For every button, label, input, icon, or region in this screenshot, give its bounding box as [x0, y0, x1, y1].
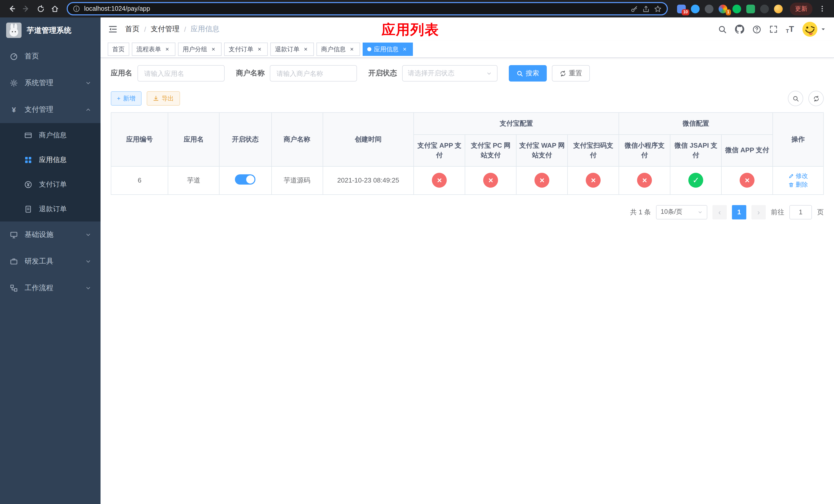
breadcrumb-home[interactable]: 首页 — [125, 25, 139, 34]
breadcrumb-payment[interactable]: 支付管理 — [151, 25, 179, 34]
browser-home-button[interactable] — [48, 2, 62, 15]
column-header-merchant: 商户名称 — [271, 113, 323, 166]
tab-app-info[interactable]: 应用信息 × — [363, 43, 413, 56]
share-icon[interactable] — [642, 5, 650, 13]
font-size-button[interactable]: TT — [786, 25, 794, 34]
toggle-search-button[interactable] — [788, 91, 803, 106]
close-icon[interactable]: × — [256, 46, 263, 53]
close-icon[interactable]: × — [401, 46, 408, 53]
browser-update-button[interactable]: 更新 — [790, 2, 812, 15]
fullscreen-button[interactable] — [769, 25, 777, 33]
app-logo — [6, 23, 22, 38]
download-icon — [153, 95, 159, 101]
browser-profile-avatar[interactable] — [774, 4, 783, 13]
browser-toolbar: localhost:1024/pay/app 10 1 — [0, 0, 834, 18]
status-select[interactable]: 请选择开启状态 — [402, 65, 498, 82]
chevron-down-icon — [85, 80, 91, 86]
page-size-select[interactable]: 10条/页 — [656, 205, 707, 219]
app-name-input[interactable] — [137, 65, 225, 82]
tags-view: 首页 流程表单 × 用户分组 × 支付订单 × 退款订单 × — [101, 41, 834, 58]
export-button-label: 导出 — [161, 94, 174, 103]
delete-link[interactable]: 删除 — [788, 180, 808, 189]
search-button[interactable]: 搜索 — [509, 65, 547, 82]
status-disabled-icon: × — [483, 173, 498, 188]
password-key-icon[interactable] — [630, 5, 638, 13]
browser-reload-button[interactable] — [34, 2, 47, 15]
user-menu[interactable] — [802, 22, 826, 37]
tab-user-group[interactable]: 用户分组 × — [178, 43, 222, 56]
merchant-name-input[interactable] — [270, 65, 357, 82]
close-icon[interactable]: × — [302, 46, 309, 53]
column-header-app-id: 应用编号 — [111, 113, 168, 166]
sidebar-item-workflow[interactable]: 工作流程 — [0, 275, 101, 301]
collapse-sidebar-button[interactable] — [101, 18, 125, 41]
help-button[interactable] — [752, 25, 761, 33]
close-icon[interactable]: × — [163, 46, 171, 53]
page-number-button[interactable]: 1 — [732, 205, 746, 219]
export-button[interactable]: 导出 — [147, 91, 180, 106]
extension-icon[interactable]: 10 — [677, 4, 686, 13]
add-button[interactable]: + 新增 — [111, 91, 141, 106]
toolbox-icon — [9, 257, 19, 266]
total-count: 共 1 条 — [630, 207, 651, 216]
dots-vertical-icon — [819, 5, 826, 12]
site-info-icon[interactable] — [73, 5, 80, 12]
header-search-button[interactable] — [718, 25, 727, 33]
goto-page-input[interactable] — [789, 205, 812, 219]
plus-icon: + — [117, 95, 120, 102]
extension-icon[interactable] — [705, 4, 714, 13]
sidebar-item-pay-orders[interactable]: 支付订单 — [0, 172, 101, 197]
enabled-toggle[interactable] — [235, 174, 256, 185]
close-icon[interactable]: × — [210, 46, 217, 53]
card-icon — [24, 131, 33, 139]
tab-refund-orders[interactable]: 退款订单 × — [270, 43, 314, 56]
extension-icon[interactable] — [732, 4, 741, 13]
refresh-table-button[interactable] — [808, 91, 824, 106]
column-header-app-name: 应用名 — [168, 113, 219, 166]
group-header-wechat: 微信配置 — [619, 113, 773, 134]
sidebar-item-system[interactable]: 系统管理 — [0, 70, 101, 96]
edit-link[interactable]: 修改 — [788, 171, 808, 180]
pencil-icon — [788, 173, 794, 179]
arrow-left-icon — [8, 5, 16, 13]
close-icon[interactable]: × — [348, 46, 355, 53]
cell-alipay-app: × — [414, 166, 465, 194]
address-bar[interactable]: localhost:1024/pay/app — [67, 2, 668, 15]
extension-badge: 1 — [725, 9, 731, 15]
cell-alipay-wap: × — [517, 166, 568, 194]
sidebar-item-dev-tools[interactable]: 研发工具 — [0, 248, 101, 275]
cell-status — [219, 166, 271, 194]
tab-pay-orders[interactable]: 支付订单 × — [224, 43, 268, 56]
refresh-icon — [559, 70, 566, 77]
prev-page-button[interactable]: ‹ — [712, 205, 727, 219]
app-title: 芋道管理系统 — [27, 25, 71, 35]
bookmark-star-icon[interactable] — [654, 5, 662, 13]
sidebar-item-home[interactable]: 首页 — [0, 43, 101, 70]
extension-icon[interactable] — [746, 4, 755, 13]
extension-icon[interactable] — [760, 4, 769, 13]
next-page-button[interactable]: › — [751, 205, 766, 219]
tab-merchant-info[interactable]: 商户信息 × — [316, 43, 360, 56]
sidebar-item-refund-orders[interactable]: 退款订单 — [0, 197, 101, 222]
sidebar-item-payment[interactable]: ¥ 支付管理 — [0, 96, 101, 123]
sidebar-item-app-info[interactable]: 应用信息 — [0, 148, 101, 172]
status-select-placeholder: 请选择开启状态 — [408, 69, 455, 78]
browser-forward-button[interactable] — [20, 2, 33, 15]
edit-link-label: 修改 — [795, 171, 808, 180]
extension-icon[interactable]: 1 — [719, 4, 727, 13]
sidebar-item-merchant-info[interactable]: 商户信息 — [0, 123, 101, 148]
sidebar-item-infrastructure[interactable]: 基础设施 — [0, 222, 101, 248]
github-button[interactable] — [735, 25, 744, 34]
tab-home[interactable]: 首页 — [108, 43, 129, 56]
extension-icon[interactable] — [691, 4, 700, 13]
column-header-created: 创建时间 — [323, 113, 414, 166]
grid-icon — [24, 156, 33, 164]
browser-back-button[interactable] — [5, 2, 19, 15]
tab-process-form[interactable]: 流程表单 × — [132, 43, 175, 56]
search-button-label: 搜索 — [526, 69, 539, 78]
chevron-down-icon — [85, 258, 91, 265]
reset-button[interactable]: 重置 — [552, 65, 590, 82]
tab-label: 首页 — [112, 45, 125, 53]
browser-menu-button[interactable] — [815, 2, 829, 15]
app-logo-row[interactable]: 芋道管理系统 — [0, 18, 101, 43]
